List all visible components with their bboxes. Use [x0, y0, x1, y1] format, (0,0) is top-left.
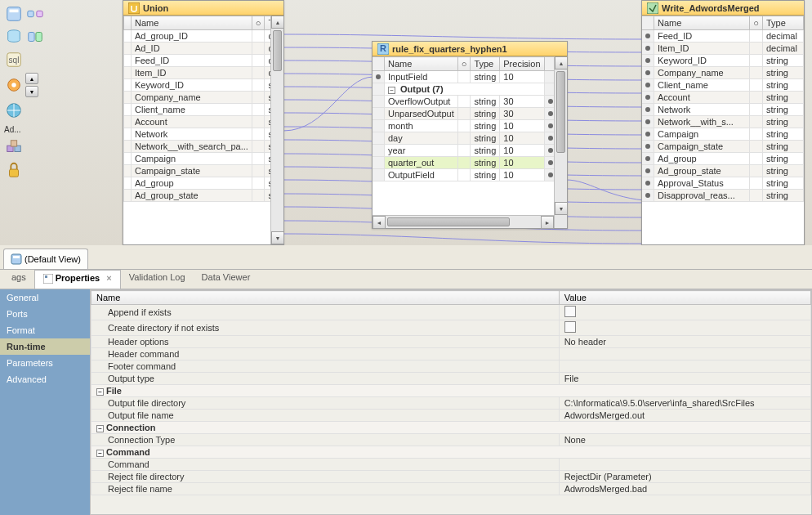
- checkbox[interactable]: [564, 306, 576, 317]
- col-name[interactable]: Name: [385, 57, 458, 71]
- tab-ags[interactable]: ags: [3, 270, 34, 289]
- rule-scrollbar-v[interactable]: ▲ ▼: [554, 56, 567, 228]
- property-row[interactable]: Header command: [91, 348, 811, 360]
- write-title-bar[interactable]: Write_AdwordsMerged: [642, 1, 804, 16]
- table-row[interactable]: Network__with_s...string: [642, 116, 804, 128]
- table-row[interactable]: Accountstrin: [124, 116, 271, 128]
- scroll-left[interactable]: ◄: [373, 216, 386, 229]
- col-type[interactable]: Type: [763, 16, 804, 30]
- property-row[interactable]: Footer command: [91, 360, 811, 373]
- table-row[interactable]: Network__with_search_pa...strin: [124, 141, 271, 153]
- table-row[interactable]: Feed_IDdecir: [124, 55, 271, 67]
- table-row[interactable]: UnparsedOutputstring30: [373, 108, 554, 120]
- scroll-up-button[interactable]: ▲: [25, 73, 38, 84]
- table-row[interactable]: OverflowOutputstring30: [373, 96, 554, 108]
- table-row[interactable]: daystring10: [373, 132, 554, 145]
- property-row[interactable]: Header optionsNo header: [91, 336, 811, 348]
- collapse-icon[interactable]: −: [96, 450, 104, 457]
- checkbox[interactable]: [564, 321, 576, 333]
- table-row[interactable]: Approval_Statusstring: [642, 177, 804, 190]
- group-row[interactable]: −Connection: [91, 422, 811, 434]
- table-row[interactable]: Campaign_statestrin: [124, 165, 271, 177]
- table-row[interactable]: yearstring10: [373, 145, 554, 157]
- cubes-icon[interactable]: [4, 137, 24, 157]
- table-row[interactable]: Ad_group_statestring: [642, 165, 804, 177]
- property-row[interactable]: Append if exists: [91, 305, 811, 320]
- default-view-tab[interactable]: (Default View): [3, 249, 88, 269]
- table-row[interactable]: Accountstring: [642, 92, 804, 104]
- scroll-down-button[interactable]: ▼: [25, 86, 38, 97]
- col-type[interactable]: Type: [265, 16, 270, 30]
- group-row[interactable]: −File: [91, 385, 811, 397]
- table-row[interactable]: Keyword_IDstrin: [124, 79, 271, 92]
- source-icon[interactable]: [4, 4, 24, 24]
- table-row[interactable]: Campaignstring: [642, 128, 804, 141]
- table-row[interactable]: Ad_IDdecir: [124, 43, 271, 55]
- collapse-icon[interactable]: −: [96, 425, 104, 432]
- scroll-thumb[interactable]: [387, 217, 510, 226]
- table-row[interactable]: Campaignstrin: [124, 153, 271, 165]
- nav-ports[interactable]: Ports: [0, 306, 90, 322]
- nav-advanced[interactable]: Advanced: [0, 371, 90, 387]
- table-row[interactable]: Item_IDdecir: [124, 67, 271, 79]
- tab-validation-log[interactable]: Validation Log: [121, 270, 194, 289]
- gear-icon[interactable]: [4, 75, 24, 95]
- property-row[interactable]: Connection TypeNone: [91, 434, 811, 446]
- table-row[interactable]: Ad_groupstring: [642, 153, 804, 165]
- table-row[interactable]: Networkstring: [642, 104, 804, 116]
- table-row[interactable]: InputFieldstring10: [373, 71, 554, 83]
- property-row[interactable]: Create directory if not exists: [91, 320, 811, 336]
- table-row[interactable]: Campaign_statestring: [642, 141, 804, 153]
- table-row[interactable]: Ad_groupstrin: [124, 177, 271, 190]
- scroll-thumb[interactable]: [556, 71, 565, 153]
- nav-parameters[interactable]: Parameters: [0, 355, 90, 371]
- nav-format[interactable]: Format: [0, 322, 90, 338]
- union-scrollbar-v[interactable]: ▲ ▼: [270, 16, 283, 244]
- group-row[interactable]: −Command: [91, 446, 811, 459]
- col-type[interactable]: Type: [471, 57, 500, 71]
- col-name[interactable]: Name: [132, 16, 252, 30]
- table-row[interactable]: Ad_group_statestrin: [124, 190, 271, 202]
- property-row[interactable]: Reject file directoryRejectDir (Paramete…: [91, 471, 811, 483]
- col-precision[interactable]: Precision: [500, 57, 544, 71]
- scroll-down[interactable]: ▼: [555, 202, 568, 215]
- property-row[interactable]: Command: [91, 459, 811, 471]
- tab-data-viewer[interactable]: Data Viewer: [194, 270, 259, 289]
- table-row[interactable]: Item_IDdecimal: [642, 43, 804, 55]
- table-row[interactable]: Disapproval_reas...string: [642, 190, 804, 202]
- props-col-value[interactable]: Value: [559, 291, 810, 305]
- nav-general[interactable]: General: [0, 289, 90, 306]
- col-name[interactable]: Name: [654, 16, 750, 30]
- scroll-thumb[interactable]: [273, 30, 282, 71]
- table-row[interactable]: OutputFieldstring10: [373, 169, 554, 181]
- table-row[interactable]: Company_namestring: [642, 67, 804, 79]
- sql-icon[interactable]: sql: [4, 50, 24, 69]
- collapse-icon[interactable]: −: [388, 87, 395, 94]
- scroll-down[interactable]: ▼: [271, 231, 284, 244]
- tab-properties[interactable]: Properties ×: [34, 270, 121, 289]
- union-title-bar[interactable]: Union: [123, 1, 283, 16]
- table-row[interactable]: Company_namestrin: [124, 92, 271, 104]
- table-row[interactable]: Keyword_IDstring: [642, 55, 804, 67]
- join-icon[interactable]: [25, 27, 45, 47]
- table-row[interactable]: Ad_group_IDdecir: [124, 30, 271, 43]
- close-icon[interactable]: ×: [106, 273, 111, 283]
- property-row[interactable]: Output file directoryC:\Informatica\9.5.…: [91, 397, 811, 410]
- scroll-up[interactable]: ▲: [555, 56, 568, 69]
- collapse-icon[interactable]: −: [96, 388, 104, 396]
- globe-icon[interactable]: [4, 101, 24, 120]
- transform-icon[interactable]: [25, 4, 45, 24]
- group-row[interactable]: − Output (7): [373, 83, 554, 96]
- nav-run-time[interactable]: Run-time: [0, 338, 90, 355]
- rule-title-bar[interactable]: R rule_fix_quarters_hyphen1: [373, 42, 567, 56]
- table-row[interactable]: quarter_outstring10: [373, 157, 554, 169]
- rule-scrollbar-h[interactable]: ◄ ►: [373, 215, 554, 228]
- property-row[interactable]: Reject file nameAdwrodsMerged.bad: [91, 483, 811, 495]
- table-row[interactable]: Client_namestrin: [124, 104, 271, 116]
- property-row[interactable]: Output file nameAdwordsMerged.out: [91, 410, 811, 422]
- scroll-up[interactable]: ▲: [271, 16, 284, 29]
- lock-icon[interactable]: [4, 160, 24, 180]
- props-col-name[interactable]: Name: [91, 291, 560, 305]
- table-row[interactable]: monthstring10: [373, 120, 554, 132]
- table-row[interactable]: Feed_IDdecimal: [642, 30, 804, 43]
